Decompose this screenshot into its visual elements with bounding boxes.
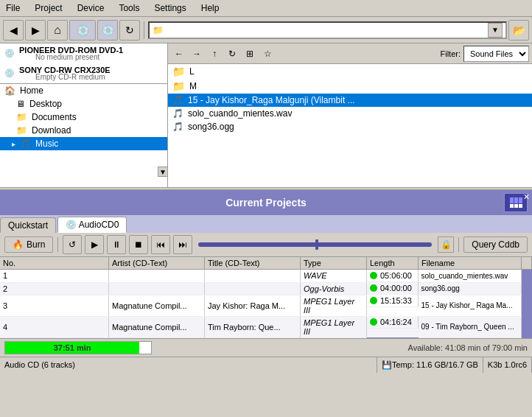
projects-section: Current Projects ✕ Quickstart 💿 (0, 190, 532, 357)
next-button[interactable]: ⏭ (173, 235, 192, 254)
stop-button[interactable]: ⏹ (129, 235, 148, 254)
menu-help[interactable]: Help (198, 1, 223, 15)
download-icon: 📁 (16, 125, 27, 136)
status-dot (370, 318, 377, 326)
temp-icon: 💾 (382, 360, 392, 370)
device-sony[interactable]: 💿 SONY CD-RW CRX230E Empty CD-R medium (0, 63, 167, 83)
projects-header: Current Projects ✕ (0, 190, 532, 215)
address-bar: 📁 /home/queen/Music/ ▼ (148, 21, 507, 39)
nav-back[interactable]: ← (171, 46, 187, 62)
nav-view[interactable]: ⊞ (242, 46, 258, 62)
temp-text: Temp: 11.6 GB/16.7 GB (392, 360, 478, 369)
prev-button[interactable]: ⏮ (151, 235, 170, 254)
open-button[interactable]: 📂 (508, 20, 529, 41)
table-row[interactable]: 4 Magnatune Compil... Tim Rayborn: Que..… (0, 316, 532, 337)
device-pioneer[interactable]: 💿 PIONEER DVD-ROM DVD-1 No medium presen… (0, 43, 167, 63)
table-row[interactable]: 2 Ogg-Vorbis 04:00:00 song36.ogg (0, 282, 532, 295)
file-name: L (189, 66, 195, 77)
table-row[interactable]: 3 Magnatune Compil... Jay Kishor: Raga M… (0, 295, 532, 316)
filter-label: Filter: (441, 49, 461, 58)
cell-title: Tim Rayborn: Que... (205, 316, 301, 337)
progress-slider[interactable] (198, 242, 432, 247)
status-bar: Audio CD (6 tracks) 💾 Temp: 11.6 GB/16.7… (0, 357, 532, 373)
home-button[interactable]: ⌂ (47, 20, 68, 41)
refresh-button[interactable]: ↻ (119, 20, 140, 41)
forward-button[interactable]: ▶ (25, 20, 46, 41)
menu-file[interactable]: File (3, 1, 23, 15)
desktop-icon: 🖥 (16, 99, 25, 109)
panel-scroll-down[interactable]: ▼ (158, 167, 168, 177)
cell-filename: 09 - Tim Rayborn_ Queen ... (419, 316, 522, 337)
cd-button[interactable]: 💿 (69, 20, 96, 41)
table-row[interactable]: 1 WAVE 05:06:00 solo_cuando_mientes.wav (0, 270, 532, 283)
nav-refresh[interactable]: ↻ (224, 46, 240, 62)
file-item[interactable]: 🎵 song36.ogg (168, 120, 532, 133)
folder-icon: 📁 (172, 66, 185, 77)
main-container: 💿 PIONEER DVD-ROM DVD-1 No medium presen… (0, 43, 532, 187)
cell-filename: song36.ogg (419, 282, 522, 295)
nav-download-label: Download (32, 125, 71, 136)
track-table: No. Artist (CD-Text) Title (CD-Text) Typ… (0, 257, 532, 338)
col-scroll (522, 257, 532, 270)
cd2-button[interactable]: 💿 (97, 20, 118, 41)
col-artist: Artist (CD-Text) (109, 257, 205, 270)
file-item[interactable]: 📁 L (168, 64, 532, 79)
filter-select[interactable]: Sound Files (463, 46, 529, 62)
col-filename: Filename (419, 257, 522, 270)
menu-settings[interactable]: Settings (151, 1, 189, 15)
file-name: solo_cuando_mientes.wav (188, 108, 292, 119)
available-text: Available: 41:08 min of 79:00 min (408, 343, 528, 352)
sony-sub: Empty CD-R medium (35, 73, 111, 81)
file-item-selected[interactable]: 🎵 15 - Jay Kishor_Raga Malgunji (Vilambi… (168, 94, 532, 107)
nav-documents[interactable]: 📁 Documents (0, 111, 167, 124)
nav-home[interactable]: 🏠 Home (0, 84, 167, 97)
nav-desktop[interactable]: 🖥 Desktop (0, 97, 167, 111)
toolbar: ◀ ▶ ⌂ 💿 💿 ↻ 📁 /home/queen/Music/ ▼ 📂 (0, 17, 532, 43)
undo-button[interactable]: ↺ (63, 235, 82, 254)
tab-audiocd0[interactable]: 💿 AudioCD0 (57, 217, 127, 233)
projects-title: Current Projects (225, 197, 307, 208)
query-cddb-button[interactable]: Query Cddb (463, 236, 528, 253)
lock-button[interactable]: 🔒 (438, 236, 454, 253)
progress-bar: 37:51 min (4, 341, 152, 354)
left-panel: 💿 PIONEER DVD-ROM DVD-1 No medium presen… (0, 43, 168, 187)
burn-button[interactable]: 🔥 Burn (4, 236, 53, 253)
status-dot (370, 272, 377, 279)
menu-tools[interactable]: Tools (116, 1, 142, 15)
close-button[interactable]: ✕ (523, 192, 530, 202)
pause-button[interactable]: ⏸ (107, 235, 126, 254)
nav-bookmark[interactable]: ☆ (259, 46, 276, 62)
nav-forward[interactable]: → (189, 46, 205, 62)
progress-section: 37:51 min Available: 41:08 min of 79:00 … (0, 338, 532, 357)
cell-length: 04:16:24 (367, 316, 419, 329)
burn-label: Burn (27, 239, 45, 250)
nav-up[interactable]: ↑ (206, 46, 223, 62)
cell-no: 3 (0, 295, 109, 316)
cell-type: WAVE (301, 270, 367, 283)
menu-device[interactable]: Device (74, 1, 108, 15)
quickstart-label: Quickstart (8, 220, 48, 231)
slider-thumb (315, 239, 318, 250)
cell-title (205, 282, 301, 295)
play-button[interactable]: ▶ (85, 235, 104, 254)
file-item[interactable]: 🎵 solo_cuando_mientes.wav (168, 107, 532, 120)
audio-icon: 🎵 (172, 122, 183, 132)
cell-title: Jay Kishor: Raga M... (205, 295, 301, 316)
nav-download[interactable]: 📁 Download (0, 124, 167, 137)
file-name: 15 - Jay Kishor_Raga Malgunji (Vilambit … (188, 95, 355, 105)
status-dot (370, 284, 377, 292)
cell-artist (109, 270, 205, 283)
status-tracks: Audio CD (6 tracks) (0, 357, 377, 373)
cell-artist: Magnatune Compil... (109, 295, 205, 316)
file-item[interactable]: 📁 M (168, 79, 532, 94)
address-input[interactable]: /home/queen/Music/ (167, 25, 485, 35)
status-version: K3b 1.0rc6 (483, 357, 532, 373)
tab-quickstart[interactable]: Quickstart (0, 217, 56, 233)
nav-music[interactable]: ▸ 🎵 Music (0, 137, 167, 150)
cell-type: MPEG1 Layer III (301, 295, 367, 316)
back-button[interactable]: ◀ (3, 20, 24, 41)
audio-icon: 🎵 (172, 95, 183, 105)
menu-project[interactable]: Project (32, 1, 65, 15)
address-dropdown[interactable]: ▼ (488, 23, 503, 38)
nav-home-label: Home (20, 85, 43, 96)
